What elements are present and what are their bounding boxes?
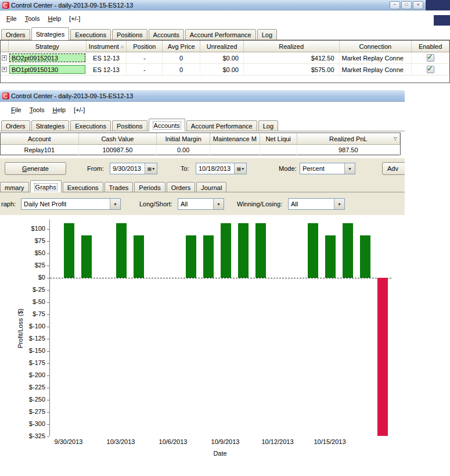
w1-menu-item-tools[interactable]: Tools [21,13,44,24]
w2-menu-item-tools[interactable]: Tools [26,105,49,115]
realized-pnl-cell: 987.50 [297,145,400,155]
header-cell-instrument[interactable]: Instrument△ [87,41,127,52]
winninglosing-select[interactable]: All ▼ [288,198,345,210]
mode-select[interactable]: Percent ▼ [300,163,355,174]
chart-bar [255,223,266,278]
enabled-checkbox[interactable]: ✓ [427,66,434,73]
enabled-checkbox[interactable]: ✓ [427,54,434,62]
w2-tab-positions[interactable]: Positions [112,120,147,131]
y-tick-label: $-75 [0,310,45,318]
window1-menubar: File Tools Help [+/-] [0,10,434,26]
y-tick-mark [47,424,49,425]
w1-tab-executions[interactable]: Executions [70,29,111,40]
header-cell-realized-pnl[interactable]: Realized PnL▽ [297,133,400,144]
header-cell-position[interactable]: Position [127,41,163,52]
dropdown-arrow-icon[interactable]: ▼ [110,199,120,209]
strategy-name-box[interactable]: BO2pt09152013 [9,53,85,62]
w1-tab-positions[interactable]: Positions [112,29,147,40]
window1-title: Control Center - daily-2013-09-15-ES12-1… [11,2,133,9]
dropdown-arrow-icon[interactable]: ▼ [344,163,355,174]
maintenance-margin-cell [210,145,260,155]
chart-bar [116,223,127,278]
y-tick-label: $0 [0,274,45,281]
header-cell-connection[interactable]: Connection [340,41,412,52]
window2-titlebar[interactable]: Control Center - daily-2013-09-15-ES12-1… [0,90,405,102]
header-cell-avg-price[interactable]: Avg Price [163,41,200,52]
minimize-button[interactable]: − [390,1,400,9]
w2-tab-strategies[interactable]: Strategies [31,120,70,131]
generate-button[interactable]: Generate [5,162,66,175]
advanced-button[interactable]: Adv [382,162,405,175]
header-cell-initial-margin[interactable]: Initial Margin [157,133,210,144]
window2-tabstrip: Orders Strategies Executions Positions A… [0,117,405,131]
header-cell-realized[interactable]: Realized [244,41,340,52]
w1-menu-item-plusminus[interactable]: [+/-] [65,13,84,24]
dropdown-arrow-icon[interactable]: ▼ [334,199,344,209]
table-row[interactable]: Replay101 100987.50 0.00 987.50 [1,145,400,156]
w2-tab-account-performance[interactable]: Account Performance [186,120,257,131]
subtab-journal[interactable]: Journal [196,182,226,192]
table-row[interactable]: + BO1pt09150130 ES 12-13 - 0 $0.00 $575.… [1,64,449,76]
chart-bar [134,235,144,278]
realized-cell: $412.50 [244,52,340,63]
strategy-name-box[interactable]: BO1pt09150130 [9,65,85,74]
w2-tab-log[interactable]: Log [258,120,278,131]
header-cell-cash-value[interactable]: Cash Value [79,133,157,144]
instrument-cell: ES 12-13 [87,64,127,75]
header-cell-enabled[interactable]: Enabled [412,41,449,52]
w2-menu-item-help[interactable]: Help [48,105,70,115]
w1-tab-account-performance[interactable]: Account Performance [185,29,256,40]
y-tick-label: $75 [0,237,45,245]
date-picker-button[interactable]: ▦▾ [145,163,157,174]
w1-tab-accounts[interactable]: Accounts [149,29,184,40]
y-tick-mark [47,278,49,278]
header-cell-maintenance-margin[interactable]: Maintenance M [210,133,260,144]
from-date-input[interactable]: 9/30/2013 ▦▾ [110,163,157,174]
avg-price-cell: 0 [163,52,200,63]
check-icon: ✓ [427,65,433,73]
y-tick-mark [47,241,49,242]
to-date-input[interactable]: 10/18/2013 ▦▾ [196,163,247,174]
w2-tab-orders[interactable]: Orders [1,120,30,131]
mode-label: Mode: [279,165,297,172]
expander-button[interactable]: + [2,55,7,60]
w2-tab-executions[interactable]: Executions [70,120,111,131]
date-picker-button[interactable]: ▦▾ [234,163,246,174]
window1-titlebar[interactable]: Control Center - daily-2013-09-15-ES12-1… [0,0,426,10]
close-button[interactable]: × [413,1,423,9]
chart-bar [343,223,353,278]
longshort-select[interactable]: All ▼ [178,198,224,210]
grid-header-row: Account Cash Value Initial Margin Mainte… [1,133,400,145]
graph-type-select[interactable]: Daily Net Profit ▼ [21,198,121,210]
w1-menu-item-file[interactable]: File [2,13,21,24]
w2-tab-accounts[interactable]: Accounts [149,119,185,131]
header-cell-strategy[interactable]: Strategy [9,41,87,52]
header-cell-unrealized[interactable]: Unrealized [200,41,244,52]
w2-menu-item-plusminus[interactable]: [+/-] [70,105,89,115]
w1-tab-strategies[interactable]: Strategies [31,27,70,40]
y-tick-mark [47,412,49,413]
chart-area: Profit/Loss ($) Date $100$75$50$25$0$-25… [0,215,450,476]
subtab-periods[interactable]: Periods [134,182,165,192]
y-tick-label: $-100 [0,323,45,330]
subtab-orders[interactable]: Orders [167,182,196,192]
accel: G [22,165,27,172]
header-cell-net-liquidation[interactable]: Net Liqui [260,133,297,144]
table-row[interactable]: + BO2pt09152013 ES 12-13 - 0 $0.00 $412.… [1,52,449,64]
desktop-backdrop [434,15,450,26]
w1-menu-item-help[interactable]: Help [44,13,65,24]
y-tick-label: $-125 [0,335,45,342]
w1-tab-orders[interactable]: Orders [1,29,30,40]
maximize-button[interactable]: □ [401,1,412,9]
subtab-graphs[interactable]: Graphs [30,180,62,192]
subtab-executions[interactable]: Executions [63,182,103,192]
w2-menu-item-file[interactable]: File [7,105,26,115]
expander-button[interactable]: + [2,67,7,72]
y-tick-mark [47,314,49,315]
subtab-summary[interactable]: mmary [0,182,29,192]
w1-tab-log[interactable]: Log [257,29,277,40]
subtab-trades[interactable]: Trades [105,182,134,192]
x-axis-title: Date [49,450,391,457]
header-cell-account[interactable]: Account [1,133,79,144]
dropdown-arrow-icon[interactable]: ▼ [213,199,224,209]
